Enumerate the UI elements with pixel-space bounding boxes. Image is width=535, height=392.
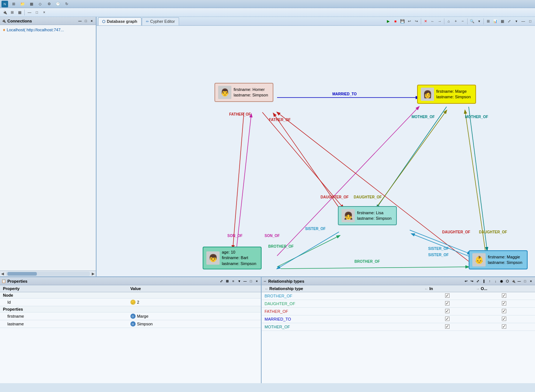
open-icon[interactable]: 📁 [19,1,26,7]
props-minimize-icon[interactable]: — [242,279,248,284]
diamond-icon[interactable]: ◇ [37,1,43,7]
checkbox-father-in[interactable] [445,309,450,313]
back-icon[interactable]: ← [429,18,436,25]
rel-toolbar-icon7[interactable]: ◉ [499,279,504,284]
rel-toolbar-icon3[interactable]: ⤢ [475,279,480,284]
scroll-right-icon[interactable]: ▶ [91,271,96,277]
connection-item[interactable]: ♦ Localhost( http://localhost:747... [1,27,94,33]
bart-text: age: 10 firstname: Bart lastname: Simpso… [222,250,256,266]
rel-married-in-cb[interactable] [422,315,473,323]
label-sister-of-3: SISTER_OF [428,253,449,257]
save-icon[interactable]: 💾 [399,18,406,25]
options-icon[interactable]: ▾ [513,18,520,25]
connections-icon[interactable]: 🔌 [1,9,8,16]
checkbox-daughter-in[interactable] [445,301,450,306]
rel-content: ↔ Relationship type ← In → O... [262,285,535,383]
connections-close-icon[interactable]: × [89,18,94,24]
zoom-icon[interactable]: 🔍 [469,18,475,25]
chart-icon[interactable]: 📊 [492,18,499,25]
app-logo-icon[interactable]: N [1,1,8,7]
minimize-view-icon[interactable]: — [26,9,33,16]
node-marge[interactable]: 👩 firstname: Marge lastname: Simpson [417,85,476,104]
rel-toolbar-icon4[interactable]: ∥ [481,279,486,284]
checkbox-brother-in[interactable] [445,293,450,298]
second-bar: 🔌 ⊞ ▦ — □ × [0,8,535,17]
rel-toolbar-icon9[interactable]: 🔌 [511,279,516,284]
tab-database-graph[interactable]: ⬡ Database graph [98,17,141,25]
rel-toolbar-icon1[interactable]: ↩ [464,279,469,284]
undo-icon[interactable]: ↩ [406,18,413,25]
gear-icon[interactable]: ⚙ [46,1,52,7]
props-toolbar-icon2[interactable]: ⊞ [225,279,230,284]
rel-daughter-out-cb[interactable] [473,300,535,308]
refresh-icon[interactable]: ↻ [63,1,70,7]
rel-icon: ↔ [263,279,267,283]
cypher-icon: ✏ [146,20,149,24]
rel-daughter-in-cb[interactable] [422,300,473,308]
minus-icon[interactable]: − [459,18,466,25]
table-view-icon[interactable]: ⊞ [9,9,15,16]
view-icon[interactable]: ▦ [28,1,35,7]
node-lisa[interactable]: 👧 firstname: Lisa lastname: Simpson [338,206,397,225]
rel-close-icon[interactable]: × [528,279,534,284]
add-icon[interactable]: + [452,18,459,25]
rel-father-out-cb[interactable] [473,308,535,315]
grid-view-icon[interactable]: ▦ [16,9,23,16]
tab-cypher-editor[interactable]: ✏ Cypher Editor [142,17,179,25]
redo-icon[interactable]: ↪ [413,18,420,25]
connections-minimize-icon[interactable]: — [77,18,83,24]
graph-area[interactable]: MARRIED_TO FATHER_OF FATHER_OF MOTHER_OF… [97,26,535,276]
checkbox-mother-out[interactable] [502,324,506,329]
checkbox-married-out[interactable] [502,317,506,321]
checkbox-brother-out[interactable] [502,293,506,298]
rel-toolbar-icon6[interactable]: ↓ [493,279,498,284]
node-maggie[interactable]: 👶 firstname: Maggie lastname: Simpson [469,250,528,269]
checkbox-daughter-out[interactable] [502,301,506,306]
min-graph-icon[interactable]: — [520,18,527,25]
rel-toolbar-icon2[interactable]: ↪ [469,279,475,284]
props-close-icon[interactable]: × [254,279,259,284]
close-view-icon[interactable]: × [41,9,48,16]
checkbox-married-in[interactable] [445,317,450,321]
props-toolbar-icon1[interactable]: ⤢ [219,279,224,284]
maximize-view-icon[interactable]: □ [34,9,40,16]
rel-father-in-cb[interactable] [422,308,473,315]
rel-brother-in-cb[interactable] [422,292,473,300]
rel-married-out-cb[interactable] [473,315,535,323]
rel-brother-out-cb[interactable] [473,292,535,300]
horizontal-scrollbar[interactable] [6,272,90,276]
run-icon[interactable]: ▶ [385,18,392,25]
layout-icon[interactable]: ⊞ [485,18,492,25]
rel-mother-in-cb[interactable] [422,323,473,331]
scroll-left-icon[interactable]: ◀ [0,271,5,277]
svg-line-8 [375,110,447,210]
label-daughter-of-2: DAUGHTER_OF [354,195,382,199]
home-icon[interactable]: ⌂ [445,18,452,25]
checkbox-father-out[interactable] [502,309,506,313]
table-icon[interactable]: ▦ [499,18,506,25]
props-maximize-icon[interactable]: □ [248,279,253,284]
rel-toolbar-icon5[interactable]: ↑ [487,279,492,284]
rel-maximize-icon[interactable]: □ [522,279,528,284]
clock-icon[interactable]: 🕐 [55,1,61,7]
zoom-dropdown-icon[interactable]: ▾ [476,18,482,25]
delete-icon[interactable]: ✕ [422,18,429,25]
node-homer[interactable]: 👨 firstname: Homer lastname: Simpson [214,83,273,102]
fullscreen-icon[interactable]: ⤢ [506,18,513,25]
connections-maximize-icon[interactable]: □ [83,18,88,24]
rel-toolbar-icon8[interactable]: ⬡ [505,279,510,284]
props-toolbar-icon3[interactable]: ≡ [231,279,236,284]
props-toolbar-icon4[interactable]: ▾ [237,279,242,284]
forward-icon[interactable]: → [436,18,443,25]
rel-minimize-icon[interactable]: — [517,279,522,284]
new-icon[interactable]: ⊞ [10,1,17,7]
table-row: Node [0,292,261,299]
label-sister-of-1: SISTER_OF [305,227,326,231]
stop-icon[interactable]: ■ [392,18,399,25]
checkbox-mother-in[interactable] [445,324,450,329]
relationship-table: ↔ Relationship type ← In → O... [262,285,535,331]
node-bart[interactable]: 👦 age: 10 firstname: Bart lastname: Simp… [203,247,262,269]
graph-container: ⬡ Database graph ✏ Cypher Editor ▶ ■ 💾 ↩… [97,17,535,276]
max-graph-icon[interactable]: □ [527,18,534,25]
rel-mother-out-cb[interactable] [473,323,535,331]
